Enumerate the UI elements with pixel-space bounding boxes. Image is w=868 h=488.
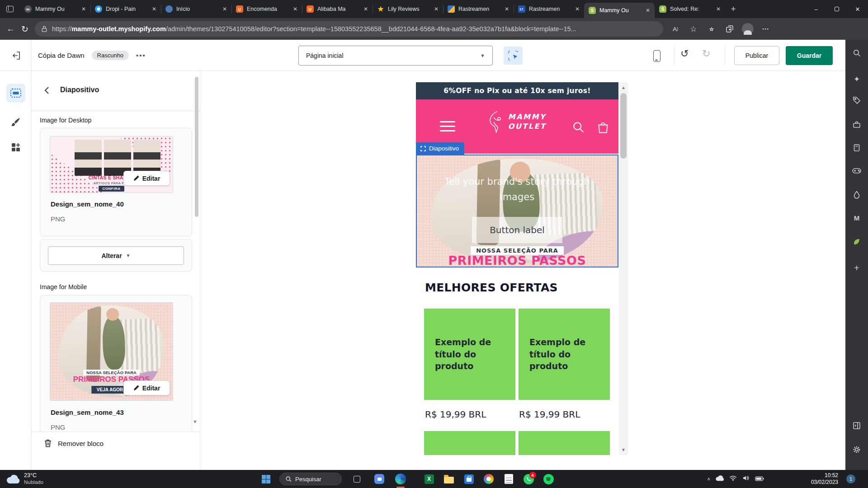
tab-close-icon[interactable]: ✕ (292, 6, 298, 12)
sidebar-tools-icon[interactable] (852, 120, 862, 130)
tab-actions-icon[interactable] (0, 0, 20, 18)
browser-tab[interactable]: Rastreamen ✕ (443, 0, 514, 18)
publish-button[interactable]: Publicar (734, 46, 779, 65)
sidebar-search-icon[interactable] (852, 48, 862, 58)
preview-scrollbar[interactable]: ▲ ▼ (619, 82, 628, 455)
store-logo[interactable]: MAMMYOUTLET (488, 110, 547, 134)
tab-close-icon[interactable]: ✕ (80, 6, 87, 12)
sidebar-leaf-icon[interactable] (852, 237, 862, 247)
browser-tab[interactable]: 17. Rastreamen ✕ (514, 0, 584, 18)
sidebar-collapse-icon[interactable] (852, 421, 862, 431)
store-app-icon[interactable] (463, 474, 474, 484)
scrollbar-thumb[interactable] (620, 93, 627, 159)
panel-scroll-down-icon[interactable]: ▼ (193, 419, 198, 424)
excel-app-icon[interactable]: X (424, 474, 434, 484)
taskbar-clock[interactable]: 10:52 03/02/2023 (811, 472, 838, 486)
product-card[interactable] (519, 431, 610, 455)
minimize-button[interactable]: – (806, 0, 826, 18)
desktop-image-thumbnail[interactable]: CINTAS E SHAPEW ARTIGOS PARA PÓS CONFIRA… (50, 136, 173, 193)
maximize-button[interactable] (826, 0, 847, 18)
collections-icon[interactable] (724, 23, 736, 35)
tab-close-icon[interactable]: ✕ (504, 6, 510, 12)
photos-app-icon[interactable] (483, 474, 494, 484)
weather-widget[interactable]: 23°CNublado (6, 472, 43, 486)
onedrive-icon[interactable] (716, 475, 724, 483)
task-view-button[interactable] (351, 474, 362, 484)
announcement-bar[interactable]: 6%OFF no Pix ou até 10x sem juros! (416, 82, 618, 99)
edge-app-icon[interactable] (395, 474, 406, 484)
address-bar[interactable]: https://mammy-outlet.myshopify.com/admin… (35, 21, 663, 37)
notification-count-badge[interactable]: 1 (846, 474, 855, 483)
remove-block-button[interactable]: Remover bloco (44, 439, 104, 447)
product-card[interactable]: Exemplo de título do produto (424, 309, 515, 400)
sidebar-games-icon[interactable] (852, 166, 862, 176)
product-card[interactable] (424, 431, 515, 455)
scroll-up-icon[interactable]: ▲ (619, 85, 628, 90)
sidebar-discover-icon[interactable]: ✦ (852, 74, 862, 84)
read-aloud-icon[interactable]: A) (670, 23, 681, 35)
favorite-add-icon[interactable]: ☆ (688, 23, 699, 35)
browser-tab[interactable]: Dropi - Pain ✕ (90, 0, 161, 18)
edit-desktop-image-button[interactable]: Editar (123, 171, 170, 186)
mobile-image-thumbnail[interactable]: NOSSA SELEÇÃO PARA PRIMEIROS PASSOS VEJA… (50, 302, 173, 401)
tab-close-icon[interactable]: ✕ (433, 6, 439, 12)
edit-mobile-image-button[interactable]: Editar (123, 380, 170, 395)
notepad-app-icon[interactable] (503, 474, 514, 484)
back-icon[interactable]: ← (6, 24, 15, 34)
app-embeds-tab[interactable] (6, 138, 25, 157)
slideshow-block-selected[interactable]: NOSSA SELEÇÃO PARA PRIMEIROS PASSOS Tell… (416, 155, 618, 267)
save-button[interactable]: Guardar (786, 46, 833, 65)
menu-icon[interactable] (440, 121, 455, 132)
volume-icon[interactable] (742, 475, 750, 483)
file-explorer-icon[interactable] (443, 474, 454, 484)
product-card[interactable]: Exemplo de título do produto (519, 309, 610, 400)
inspector-toggle-button[interactable] (504, 47, 523, 65)
theme-settings-tab[interactable] (6, 113, 25, 131)
profile-avatar[interactable] (742, 23, 754, 35)
tab-close-icon[interactable]: ✕ (645, 7, 651, 14)
scroll-down-icon[interactable]: ▼ (619, 447, 628, 452)
spotify-app-icon[interactable] (543, 474, 554, 484)
browser-tab[interactable]: ∪ Encomenda ✕ (231, 0, 302, 18)
sidebar-mail-icon[interactable]: M (852, 213, 862, 223)
tab-close-icon[interactable]: ✕ (574, 6, 580, 12)
browser-tab[interactable]: ∞ Mammy Ou ✕ (20, 0, 90, 18)
browser-tab[interactable]: S Solved: Re: ✕ (655, 0, 725, 18)
slide-button[interactable]: Button label (472, 217, 562, 243)
browser-tab[interactable]: ∪ Alibaba Ma ✕ (302, 0, 373, 18)
browser-tab-active[interactable]: S Mammy Ou ✕ (584, 3, 655, 18)
browser-tab[interactable]: Início ✕ (161, 0, 231, 18)
browser-tab[interactable]: ★ Lily Reviews ✕ (373, 0, 443, 18)
tray-expand-icon[interactable]: ˄ (708, 476, 710, 482)
change-image-button[interactable]: Alterar ▼ (48, 246, 184, 265)
panel-scrollbar[interactable] (195, 77, 198, 217)
tab-close-icon[interactable]: ✕ (222, 6, 228, 12)
sidebar-drop-icon[interactable] (852, 190, 862, 200)
browser-menu-icon[interactable]: ⋯ (760, 23, 772, 35)
taskbar-search[interactable]: Pesquisar (279, 473, 342, 485)
sections-tab[interactable] (6, 84, 25, 103)
sidebar-shopping-tag-icon[interactable] (852, 95, 862, 105)
new-tab-button[interactable]: + (725, 0, 741, 18)
sidebar-calculator-icon[interactable] (852, 143, 862, 153)
close-button[interactable]: ✕ (847, 0, 868, 18)
mobile-view-icon[interactable] (653, 50, 660, 62)
refresh-icon[interactable]: ↻ (21, 24, 28, 34)
search-icon[interactable] (572, 121, 585, 135)
battery-icon[interactable] (755, 475, 764, 483)
chat-app-icon[interactable] (374, 474, 385, 484)
theme-options-icon[interactable]: ••• (136, 52, 146, 59)
page-selector[interactable]: Página inicial ▼ (298, 46, 493, 66)
sidebar-add-icon[interactable]: + (852, 263, 862, 273)
wifi-icon[interactable] (729, 475, 737, 483)
tab-close-icon[interactable]: ✕ (151, 6, 157, 12)
redo-icon[interactable]: ↻ (702, 48, 710, 60)
start-button[interactable] (260, 474, 271, 484)
favorites-bar-icon[interactable]: ⭐︎ (706, 23, 717, 35)
whatsapp-app-icon[interactable]: 4 (523, 474, 534, 484)
exit-editor-button[interactable] (0, 40, 32, 71)
tab-close-icon[interactable]: ✕ (715, 6, 722, 12)
undo-icon[interactable]: ↺ (680, 48, 689, 60)
tab-close-icon[interactable]: ✕ (363, 6, 369, 12)
cart-icon[interactable] (597, 121, 609, 136)
